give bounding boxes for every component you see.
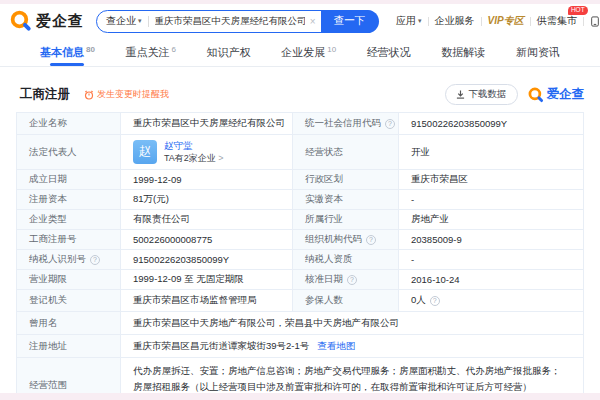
field-value: - [399,190,583,209]
registration-table: 企业名称重庆市荣昌区中天房屋经纪有限公司统一社会信用代码?91500226203… [16,112,584,393]
tab-2[interactable]: 重点关注6 [126,38,176,66]
tab-count: 10 [327,45,336,54]
download-data-button[interactable]: 下载数据 [445,84,518,105]
field-label: 所属行业 [293,210,399,229]
watermark-q-icon [528,87,544,103]
view-map-link[interactable]: 查看地图 [317,340,355,353]
table-row: 成立日期1999-12-09行政区划重庆市荣昌区 [17,170,583,190]
table-row: 注册地址重庆市荣昌区昌元街道谭家坡街39号2-1号查看地图 [17,335,583,358]
field-label: 组织机构代码? [293,230,399,249]
alarm-icon [84,90,94,100]
tab-7[interactable]: 新闻资讯 [516,38,560,66]
download-icon [456,90,465,99]
table-row: 纳税人识别号?91500226203850099Y纳税人资质- [17,250,583,270]
field-value: 81万(元) [121,190,293,209]
legal-rep-avatar: 赵 [133,140,157,164]
nav-supply-market-label: 供需集市 [537,14,577,28]
tab-label: 知识产权 [207,45,251,60]
legal-rep-name-link[interactable]: 赵守堂 [164,140,224,153]
field-label: 核准日期? [293,270,399,289]
field-value: 开业 [399,135,583,169]
search-category-dropdown[interactable]: 查企业 ▾ [106,14,142,28]
field-label: 企业类型 [17,210,121,229]
table-row: 登记机关重庆市荣昌区市场监督管理局参保人数0人? [17,290,583,312]
field-value: 500226000008775 [121,230,293,249]
tab-count: 80 [86,45,95,54]
nav-enterprise-service[interactable]: 企业服务 [435,14,475,28]
field-label: 实缴资本 [293,190,399,209]
chevron-right-icon: > [218,153,223,163]
field-label: 参保人数 [293,290,399,311]
field-label: 纳税人识别号? [17,250,121,269]
field-label: 纳税人资质 [293,250,399,269]
search-bar: 查企业 ▾ × 查一下 [96,10,378,33]
tab-label: 重点关注 [126,45,170,60]
download-label: 下载数据 [469,88,507,101]
divider [530,17,531,26]
page-background: 爱企查 查企业 ▾ × 查一下 应用 ▾ 企业服务 [0,0,600,400]
field-value: 1999-12-09 至 无固定期限 [121,270,293,289]
legal-rep: 赵赵守堂TA有2家企业 > [133,140,224,165]
tab-label: 数据解读 [441,45,485,60]
field-label: 经营状态 [293,135,399,169]
search-input[interactable] [155,16,305,27]
section-actions: 下载数据 爱企查 [445,84,585,105]
header-nav: 应用 ▾ 企业服务 VIP专区 供需集市 HOT [396,4,600,38]
info-icon[interactable]: ? [385,119,395,129]
divider [428,17,429,26]
table-row: 曾用名重庆市荣昌区中天房地产有限公司，荣昌县中天房地产有限公司 [17,312,583,335]
search-button[interactable]: 查一下 [321,10,379,33]
info-icon[interactable]: ? [90,255,100,265]
tab-4[interactable]: 企业发展10 [281,38,336,66]
field-label: 法定代表人 [17,135,121,169]
tab-3[interactable]: 知识产权 [207,38,251,66]
logo-text: 爱企查 [36,12,84,31]
legal-rep-info: 赵守堂TA有2家企业 > [164,140,224,165]
field-value: 91500226203850099Y [399,113,583,134]
table-row: 营业期限1999-12-09 至 无固定期限核准日期?2016-10-24 [17,270,583,290]
divider [148,16,149,27]
section-header: 工商注册 发生变更时提醒我 下载数据 [20,84,584,105]
tab-5[interactable]: 经营状况 [367,38,411,66]
field-label: 工商注册号 [17,230,121,249]
info-icon[interactable]: ? [366,235,376,245]
info-icon[interactable]: ? [430,296,440,306]
aiqicha-watermark: 爱企查 [528,86,585,103]
info-icon[interactable]: ? [347,275,357,285]
field-value: - [399,250,583,269]
field-value: 2016-10-24 [399,270,583,289]
nav-supply-market[interactable]: 供需集市 HOT [537,14,577,28]
search-category-label: 查企业 [106,14,136,28]
field-value: 有限责任公司 [121,210,293,229]
table-row: 经营范围代办房屋拆迁、安置；房地产信息咨询；房地产交易代理服务；房屋面积勘丈、代… [17,358,583,393]
tab-label: 基本信息 [40,45,84,60]
logo-q-icon [10,10,32,32]
clear-search-icon[interactable]: × [310,16,316,27]
nav-vip-zone[interactable]: VIP专区 [488,14,524,28]
tab-label: 企业发展 [281,45,325,60]
hot-badge: HOT [568,6,588,15]
tab-6[interactable]: 数据解读 [441,38,485,66]
divider [583,17,584,26]
table-row: 企业类型有限责任公司所属行业房地产业 [17,210,583,230]
field-label: 行政区划 [293,170,399,189]
aiqicha-logo[interactable]: 爱企查 [10,10,84,32]
table-row: 注册资本81万(元)实缴资本- [17,190,583,210]
watermark-text: 爱企查 [547,86,585,103]
field-value: 0人? [399,290,583,311]
nav-app-download[interactable]: APP [590,16,600,27]
field-label: 营业期限 [17,270,121,289]
field-value: 代办房屋拆迁、安置；房地产信息咨询；房地产交易代理服务；房屋面积勘丈、代办房地产… [121,358,583,393]
tab-bar: 基本信息80重点关注6知识产权企业发展10经营状况数据解读新闻资讯 [0,38,600,67]
tab-1[interactable]: 基本信息80 [40,38,95,66]
field-value: 重庆市荣昌区中天房屋经纪有限公司 [121,113,293,134]
tab-label: 新闻资讯 [516,45,560,60]
app-window: 爱企查 查企业 ▾ × 查一下 应用 ▾ 企业服务 [0,4,600,393]
nav-apps[interactable]: 应用 ▾ [396,14,422,28]
chevron-down-icon: ▾ [418,17,422,25]
field-label: 经营范围 [17,358,121,393]
table-row: 工商注册号500226000008775组织机构代码?20385009-9 [17,230,583,250]
tab-label: 经营状况 [367,45,411,60]
change-alert-link[interactable]: 发生变更时提醒我 [84,88,169,101]
legal-rep-companies-link[interactable]: TA有2家企业 > [164,152,224,164]
